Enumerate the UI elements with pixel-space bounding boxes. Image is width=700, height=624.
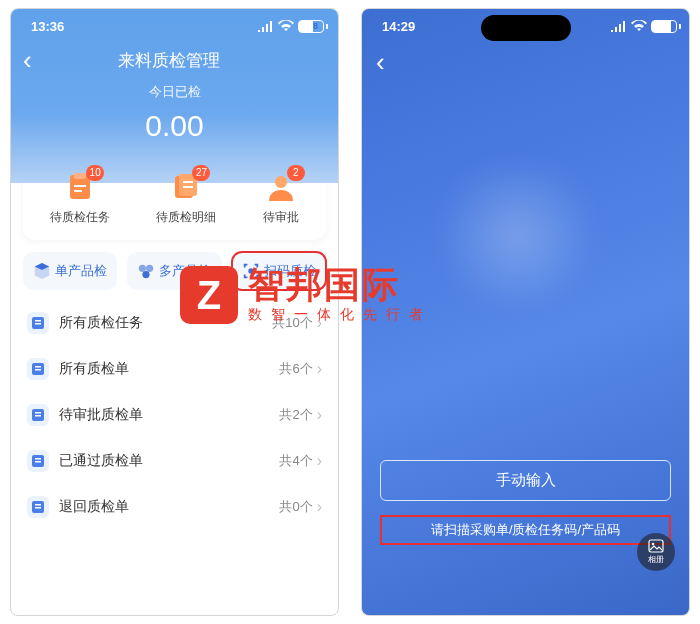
menu-count: 共10个 (272, 314, 312, 332)
chevron-right-icon: › (317, 498, 322, 516)
action-multi-check[interactable]: 多产品检 (127, 252, 221, 290)
svg-rect-26 (35, 504, 41, 506)
svg-rect-6 (183, 181, 193, 183)
scan-icon (242, 262, 260, 280)
document-icon: 27 (170, 171, 202, 203)
action-label: 单产品检 (55, 262, 107, 280)
svg-point-9 (139, 265, 146, 272)
tile-pending-approval[interactable]: 2 待审批 (263, 171, 299, 226)
badge: 2 (287, 165, 305, 181)
status-time: 13:36 (31, 19, 64, 34)
phone-right: 14:29 79 ‹ 手动输入 请扫描采购单/质检任务码/产品码 相册 (361, 8, 690, 616)
notch (481, 15, 571, 41)
scan-hint: 请扫描采购单/质检任务码/产品码 (380, 515, 671, 545)
bottom-panel: 手动输入 请扫描采购单/质检任务码/产品码 (362, 460, 689, 615)
list-icon (27, 404, 49, 426)
album-button[interactable]: 相册 (637, 533, 675, 571)
svg-rect-14 (35, 320, 41, 322)
chevron-right-icon: › (317, 360, 322, 378)
today-count: 0.00 (11, 109, 338, 143)
menu-label: 已通过质检单 (59, 452, 279, 470)
cubes-icon (137, 262, 155, 280)
svg-rect-15 (35, 323, 41, 325)
image-icon (648, 539, 664, 553)
svg-rect-18 (35, 369, 41, 371)
list-icon (27, 358, 49, 380)
chevron-right-icon: › (317, 452, 322, 470)
wifi-icon (631, 20, 647, 32)
svg-rect-27 (35, 507, 41, 509)
sub-title: 今日已检 (11, 83, 338, 101)
menu-label: 所有质检任务 (59, 314, 272, 332)
list-icon (27, 496, 49, 518)
svg-rect-24 (35, 461, 41, 463)
status-bar: 13:36 58 (11, 9, 338, 43)
menu-count: 共6个 (279, 360, 312, 378)
menu-count: 共2个 (279, 406, 312, 424)
menu-label: 退回质检单 (59, 498, 279, 516)
scan-viewport (362, 82, 689, 460)
signal-icon (258, 20, 274, 32)
album-label: 相册 (648, 554, 664, 565)
menu-label: 所有质检单 (59, 360, 279, 378)
signal-icon (611, 20, 627, 32)
svg-point-12 (248, 268, 253, 273)
person-icon: 2 (265, 171, 297, 203)
nav-bar: ‹ 来料质检管理 (11, 43, 338, 77)
menu-item-returned[interactable]: 退回质检单 共0个 › (23, 484, 326, 530)
battery-indicator: 79 (651, 20, 669, 33)
svg-rect-2 (74, 185, 86, 187)
svg-rect-7 (183, 186, 193, 188)
menu-count: 共4个 (279, 452, 312, 470)
action-row: 单产品检 多产品检 扫码质检 (23, 252, 326, 290)
svg-rect-1 (74, 173, 86, 179)
svg-rect-28 (649, 540, 663, 552)
chevron-right-icon: › (317, 314, 322, 332)
menu-label: 待审批质检单 (59, 406, 279, 424)
tile-label: 待质检明细 (156, 209, 216, 226)
action-scan-check[interactable]: 扫码质检 (232, 252, 326, 290)
svg-rect-21 (35, 415, 41, 417)
cube-icon (33, 262, 51, 280)
svg-point-11 (143, 271, 150, 278)
status-icons: 79 (611, 20, 669, 33)
svg-point-29 (652, 543, 655, 546)
list-icon (27, 450, 49, 472)
svg-rect-20 (35, 412, 41, 414)
menu-list: 所有质检任务 共10个 › 所有质检单 共6个 › 待审批质检单 共2个 › 已… (23, 300, 326, 530)
action-single-check[interactable]: 单产品检 (23, 252, 117, 290)
menu-count: 共0个 (279, 498, 312, 516)
glow (427, 165, 607, 305)
action-label: 多产品检 (159, 262, 211, 280)
tile-label: 待审批 (263, 209, 299, 226)
header: 13:36 58 ‹ 来料质检管理 今日已检 0.00 (11, 9, 338, 183)
tile-label: 待质检任务 (50, 209, 110, 226)
page-title: 来料质检管理 (12, 49, 326, 72)
svg-rect-23 (35, 458, 41, 460)
menu-item-pending-approval[interactable]: 待审批质检单 共2个 › (23, 392, 326, 438)
chevron-right-icon: › (317, 406, 322, 424)
clipboard-icon: 10 (64, 171, 96, 203)
badge: 10 (86, 165, 104, 181)
svg-rect-3 (74, 190, 82, 192)
menu-item-all-orders[interactable]: 所有质检单 共6个 › (23, 346, 326, 392)
menu-item-all-tasks[interactable]: 所有质检任务 共10个 › (23, 300, 326, 346)
wifi-icon (278, 20, 294, 32)
svg-point-10 (146, 265, 153, 272)
list-icon (27, 312, 49, 334)
svg-rect-17 (35, 366, 41, 368)
menu-item-approved[interactable]: 已通过质检单 共4个 › (23, 438, 326, 484)
back-button[interactable]: ‹ (362, 43, 689, 82)
manual-input-button[interactable]: 手动输入 (380, 460, 671, 501)
svg-point-8 (275, 176, 287, 188)
battery-indicator: 58 (298, 20, 318, 33)
status-time: 14:29 (382, 19, 415, 34)
status-icons: 58 (258, 20, 318, 33)
action-label: 扫码质检 (264, 262, 316, 280)
phone-left: 13:36 58 ‹ 来料质检管理 今日已检 0.00 10 待质检任务 (10, 8, 339, 616)
